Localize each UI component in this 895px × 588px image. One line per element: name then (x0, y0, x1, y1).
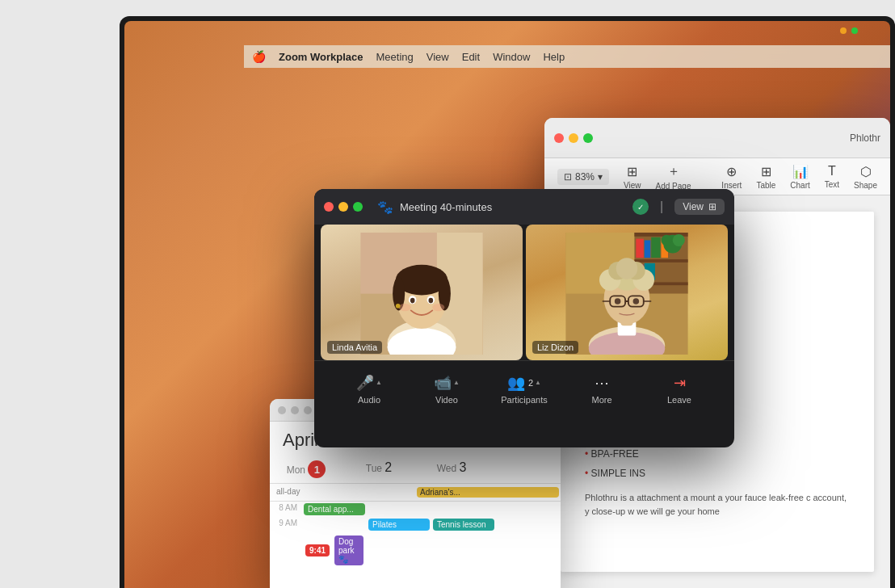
insert-icon: ⊕ (726, 164, 737, 179)
cal-cell-9-4 (496, 517, 561, 532)
toolbar-table[interactable]: ⊞ Table (756, 164, 775, 190)
screen-inner: 🍎 Zoom Workplace Meeting View Edit Windo… (124, 21, 890, 588)
microphone-icon: 🎤 (356, 374, 374, 392)
dog-park-event[interactable]: Dog park 🐾 (334, 536, 363, 565)
table-label: Table (756, 181, 775, 190)
leave-icon-wrap: ⇥ (674, 374, 686, 392)
pages-fullscreen-button[interactable] (583, 133, 593, 143)
zoom-grid-icon: ⊞ (708, 201, 716, 212)
calendar-minimize-button[interactable] (291, 406, 299, 414)
pages-close-button[interactable] (554, 133, 564, 143)
pages-bullet-simple: • SIMPLE INS (585, 464, 850, 483)
cal-cell-8-4 (496, 502, 561, 517)
camera-area (840, 27, 858, 34)
participants-control[interactable]: 👥 2 ▲ Participants (500, 374, 548, 405)
toolbar-chart[interactable]: 📊 Chart (790, 164, 809, 190)
zoom-paw-icon: 🐾 (377, 200, 393, 215)
calendar-fullscreen-button[interactable] (304, 406, 312, 414)
pages-minimize-button[interactable] (569, 133, 578, 143)
pages-title: Phlothr (850, 132, 880, 144)
zoom-view-button[interactable]: View ⊞ (674, 199, 725, 215)
zoom-fullscreen-button[interactable] (353, 202, 363, 212)
calendar-close-button[interactable] (278, 406, 286, 414)
toolbar-view[interactable]: ⊞ View (624, 164, 641, 190)
cal-cell-941-2 (367, 532, 431, 569)
cal-cell-941-4 (496, 532, 561, 569)
svg-rect-23 (636, 239, 643, 258)
chart-icon: 📊 (792, 164, 809, 179)
calendar-time-grid: 8 AM Dental app... 9 AM Pilates Tennis l… (270, 502, 561, 569)
cal-cell-9-1 (302, 517, 367, 532)
svg-point-14 (399, 304, 411, 311)
svg-rect-21 (634, 259, 687, 262)
audio-chevron-icon: ▲ (376, 379, 382, 386)
pilates-event[interactable]: Pilates (368, 519, 430, 531)
allday-label: all-day (270, 487, 342, 498)
leave-control[interactable]: ⇥ Leave (655, 374, 704, 405)
linda-avatar-svg (331, 233, 513, 355)
shape-icon: ⬡ (860, 164, 872, 179)
cal-cell-8-1: Dental app... (302, 502, 367, 517)
tennis-event[interactable]: Tennis lesson (433, 519, 494, 531)
cal-cell-941-1: 9:41 Dog park 🐾 (302, 532, 367, 569)
day-header-wed: Wed 3 (415, 456, 488, 483)
svg-point-31 (662, 235, 672, 246)
apple-menu-icon[interactable]: 🍎 (252, 50, 266, 63)
svg-point-13 (429, 298, 434, 304)
text-label: Text (825, 180, 839, 189)
more-control[interactable]: ⋯ More (578, 374, 626, 405)
zoom-titlebar: 🐾 Meeting 40-minutes ✓ | View ⊞ (314, 189, 734, 225)
pages-titlebar: Phlothr (544, 118, 890, 158)
more-icon-wrap: ⋯ (595, 374, 609, 392)
svg-rect-25 (651, 237, 660, 258)
more-dots-icon: ⋯ (595, 374, 609, 392)
svg-point-49 (615, 298, 621, 304)
zoom-minimize-button[interactable] (338, 202, 348, 212)
screen-outer: 🍎 Zoom Workplace Meeting View Edit Windo… (120, 16, 895, 588)
table-icon: ⊞ (761, 164, 771, 179)
time-label-9am: 9 AM (270, 517, 302, 532)
zoom-video-area: Linda Avitia (314, 225, 734, 360)
view-icon: ⊞ (627, 164, 637, 179)
toolbar-text[interactable]: T Text (825, 164, 839, 189)
zoom-close-button[interactable] (324, 202, 334, 212)
shape-label: Shape (854, 181, 877, 190)
app-name[interactable]: Zoom Workplace (279, 51, 363, 63)
menu-window[interactable]: Window (493, 51, 530, 63)
zoom-control[interactable]: ⊡ 83% ▾ (557, 169, 609, 185)
linda-name-label: Linda Avitia (327, 341, 382, 354)
more-label: More (591, 395, 611, 405)
zoom-value: 83% (575, 171, 595, 183)
pages-small-text: Phlothru is a attachment a mount a your … (585, 491, 850, 519)
video-icon-wrap: 📹 ▲ (434, 374, 460, 392)
video-control[interactable]: 📹 ▲ Video (422, 374, 471, 405)
svg-rect-24 (645, 240, 651, 258)
cal-cell-8-2 (367, 502, 431, 517)
audio-control[interactable]: 🎤 ▲ Audio (345, 374, 393, 405)
menu-help[interactable]: Help (543, 51, 565, 63)
toolbar-shape[interactable]: ⬡ Shape (854, 164, 877, 190)
menu-bar: 🍎 Zoom Workplace Meeting View Edit Windo… (244, 45, 890, 68)
svg-point-43 (616, 258, 637, 279)
menu-view[interactable]: View (426, 51, 449, 63)
add-page-icon: ＋ (667, 163, 680, 180)
menu-edit[interactable]: Edit (462, 51, 480, 63)
camera-dot-green (851, 27, 858, 34)
participants-icon: 👥 (507, 374, 525, 392)
adriana-event[interactable]: Adriana's... (417, 487, 559, 498)
toolbar-add-page[interactable]: ＋ Add Page (656, 163, 691, 191)
svg-point-50 (633, 298, 640, 304)
menu-meeting[interactable]: Meeting (376, 51, 414, 63)
toolbar-insert[interactable]: ⊕ Insert (721, 164, 742, 190)
audio-label: Audio (358, 395, 380, 405)
pages-traffic-lights (554, 133, 593, 143)
video-camera-icon: 📹 (434, 374, 452, 392)
audio-icon-wrap: 🎤 ▲ (356, 374, 382, 392)
cal-cell-8-3 (431, 502, 496, 517)
liz-avatar-svg (536, 233, 718, 355)
participants-icon-wrap: 👥 2 ▲ (507, 374, 541, 392)
text-icon: T (828, 164, 836, 178)
svg-point-16 (396, 304, 401, 309)
zoom-shield-icon: ✓ (632, 199, 649, 215)
dental-event[interactable]: Dental app... (304, 503, 365, 515)
